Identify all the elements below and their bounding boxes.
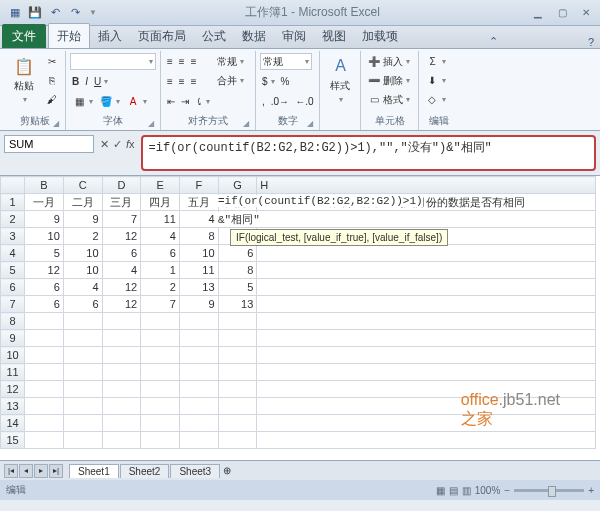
zoom-slider[interactable] [514, 489, 584, 492]
prev-sheet-button[interactable]: ◂ [19, 464, 33, 478]
cell[interactable] [141, 432, 180, 449]
cell[interactable]: 12 [102, 296, 141, 313]
cell[interactable] [257, 364, 596, 381]
cell[interactable] [141, 398, 180, 415]
zoom-level[interactable]: 100% [475, 485, 501, 496]
copy-button[interactable]: ⎘ [43, 72, 61, 89]
cell[interactable]: 6 [25, 279, 64, 296]
merge-button[interactable]: 合并▾ [215, 72, 246, 89]
cell[interactable]: 6 [218, 245, 257, 262]
cell[interactable]: 2 [141, 279, 180, 296]
cell[interactable] [257, 432, 596, 449]
cell[interactable] [63, 330, 102, 347]
cell[interactable] [218, 415, 257, 432]
number-format-select[interactable]: 常规▾ [260, 53, 312, 70]
cancel-formula-button[interactable]: ✕ [100, 138, 109, 151]
insert-cells-button[interactable]: ➕插入▾ [365, 53, 412, 70]
file-tab[interactable]: 文件 [2, 24, 46, 48]
cell[interactable] [257, 398, 596, 415]
cell[interactable]: 12 [25, 262, 64, 279]
cell[interactable] [102, 415, 141, 432]
cell[interactable] [63, 347, 102, 364]
align-center-button[interactable]: ≡ [177, 73, 187, 90]
align-middle-button[interactable]: ≡ [177, 53, 187, 70]
ribbon-minimize-icon[interactable]: ⌃ [489, 35, 498, 48]
cell[interactable] [257, 262, 596, 279]
sheet-tab-Sheet1[interactable]: Sheet1 [69, 464, 119, 478]
cell[interactable]: 7 [102, 211, 141, 228]
cell[interactable] [218, 347, 257, 364]
cell[interactable]: 9 [179, 296, 218, 313]
row-header-1[interactable]: 1 [1, 194, 25, 211]
cell[interactable] [179, 398, 218, 415]
cell-header[interactable]: 四月 [141, 194, 180, 211]
cell[interactable] [218, 364, 257, 381]
cell[interactable]: 13 [218, 296, 257, 313]
cell[interactable] [257, 296, 596, 313]
fx-button[interactable]: fx [126, 138, 135, 150]
col-header-E[interactable]: E [141, 177, 180, 194]
accept-formula-button[interactable]: ✓ [113, 138, 122, 151]
view-layout-button[interactable]: ▤ [449, 485, 458, 496]
align-top-button[interactable]: ≡ [165, 53, 175, 70]
cell-header[interactable]: 五月 [179, 194, 218, 211]
font-name-select[interactable]: ▾ [70, 53, 156, 70]
cell[interactable] [179, 415, 218, 432]
cell[interactable] [102, 432, 141, 449]
italic-button[interactable]: I [83, 73, 90, 90]
cell[interactable] [257, 279, 596, 296]
format-cells-button[interactable]: ▭格式▾ [365, 91, 412, 108]
close-button[interactable]: ✕ [576, 7, 596, 18]
cell[interactable] [25, 381, 64, 398]
formula-input[interactable]: =if(or(countif(B2:G2,B2:G2))>1),"","没有")… [141, 135, 596, 171]
cell[interactable] [102, 398, 141, 415]
fill-color-button[interactable]: 🪣▾ [97, 93, 122, 110]
row-header-9[interactable]: 9 [1, 330, 25, 347]
tab-数据[interactable]: 数据 [234, 24, 274, 48]
row-header-4[interactable]: 4 [1, 245, 25, 262]
tab-审阅[interactable]: 审阅 [274, 24, 314, 48]
cell[interactable] [257, 330, 596, 347]
indent-increase-button[interactable]: ⇥ [179, 93, 191, 110]
cell[interactable]: 4 [141, 228, 180, 245]
row-header-5[interactable]: 5 [1, 262, 25, 279]
cell[interactable]: 4 [179, 211, 218, 228]
cell[interactable] [63, 381, 102, 398]
cell[interactable]: 8 [179, 228, 218, 245]
format-painter-button[interactable]: 🖌 [43, 91, 61, 108]
col-header-B[interactable]: B [25, 177, 64, 194]
orientation-button[interactable]: ⤹▾ [193, 93, 212, 110]
align-left-button[interactable]: ≡ [165, 73, 175, 90]
cell[interactable]: 10 [63, 262, 102, 279]
cell[interactable]: 9 [25, 211, 64, 228]
cell-header[interactable]: 二月 [63, 194, 102, 211]
qat-dropdown-icon[interactable]: ▼ [89, 8, 97, 17]
cell[interactable] [179, 381, 218, 398]
row-header-14[interactable]: 14 [1, 415, 25, 432]
cell[interactable]: 8 [218, 262, 257, 279]
col-header-corner[interactable] [1, 177, 25, 194]
cell[interactable] [141, 364, 180, 381]
cell[interactable] [102, 313, 141, 330]
cell[interactable] [257, 381, 596, 398]
tab-视图[interactable]: 视图 [314, 24, 354, 48]
cell[interactable] [218, 330, 257, 347]
undo-icon[interactable]: ↶ [48, 6, 62, 20]
cell[interactable]: 6 [25, 296, 64, 313]
last-sheet-button[interactable]: ▸| [49, 464, 63, 478]
cell[interactable] [25, 415, 64, 432]
zoom-in-button[interactable]: + [588, 485, 594, 496]
row-header-8[interactable]: 8 [1, 313, 25, 330]
cell[interactable] [218, 313, 257, 330]
cell[interactable] [25, 432, 64, 449]
worksheet-grid[interactable]: BCDEFGH1一月二月三月四月五月六月各个姓名下一到六月份的数据是否有相同29… [0, 176, 600, 460]
tab-插入[interactable]: 插入 [90, 24, 130, 48]
cell[interactable]: 7 [141, 296, 180, 313]
row-header-11[interactable]: 11 [1, 364, 25, 381]
increase-decimal-button[interactable]: .0→ [269, 93, 291, 110]
cell[interactable] [257, 415, 596, 432]
cell[interactable] [63, 432, 102, 449]
row-header-7[interactable]: 7 [1, 296, 25, 313]
cell[interactable]: 12 [102, 279, 141, 296]
cell[interactable] [63, 415, 102, 432]
